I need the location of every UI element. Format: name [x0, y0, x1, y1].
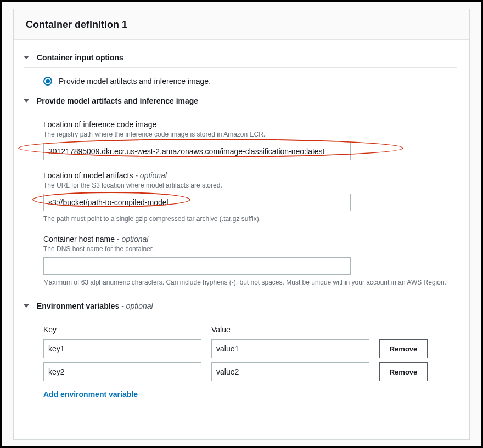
section-body-input-options: Provide model artifacts and inference im… [24, 77, 457, 86]
optional-text: - optional [135, 171, 167, 180]
add-env-link[interactable]: Add environment variable [43, 390, 138, 399]
inference-image-input[interactable] [43, 143, 351, 160]
field-help-below: The path must point to a single gzip com… [43, 214, 452, 224]
field-help: The URL for the S3 location where model … [43, 181, 452, 190]
section-input-options: Container input options Provide model ar… [24, 50, 457, 86]
section-title: Container input options [37, 53, 123, 62]
field-model-artifacts: Location of model artifacts - optional T… [43, 171, 452, 224]
label-text: Container host name [43, 235, 115, 243]
host-name-input[interactable] [43, 257, 351, 275]
field-help: The registry path where the inference co… [43, 130, 452, 139]
section-body-provide: Location of inference code image The reg… [24, 120, 457, 287]
panel-body: Container input options Provide model ar… [14, 40, 469, 416]
section-env: Environment variables - optional Key Val… [24, 298, 457, 399]
caret-down-icon [24, 99, 29, 103]
section-header-provide[interactable]: Provide model artifacts and inference im… [24, 93, 457, 111]
field-label: Location of model artifacts - optional [43, 171, 452, 180]
caret-down-icon [24, 56, 29, 59]
env-value-input[interactable] [211, 362, 369, 381]
field-help: The DNS host name for the container. [43, 245, 452, 254]
section-header-input-options[interactable]: Container input options [24, 50, 457, 68]
radio-provide-artifacts[interactable]: Provide model artifacts and inference im… [43, 77, 452, 86]
env-key-input[interactable] [43, 339, 201, 358]
radio-label: Provide model artifacts and inference im… [59, 77, 211, 86]
optional-text: - optional [121, 302, 153, 310]
model-artifacts-input[interactable] [43, 194, 351, 211]
field-inference-image: Location of inference code image The reg… [43, 120, 452, 160]
env-value-header: Value [211, 325, 369, 334]
section-title: Provide model artifacts and inference im… [37, 97, 198, 105]
field-label: Container host name - optional [43, 235, 452, 243]
radio-icon [43, 77, 52, 86]
window-frame: Container definition 1 Container input o… [0, 0, 483, 448]
remove-button[interactable]: Remove [379, 339, 428, 358]
label-text: Location of model artifacts [43, 171, 133, 180]
env-key-header: Key [43, 325, 201, 334]
optional-text: - optional [117, 235, 149, 243]
section-title: Environment variables - optional [37, 302, 153, 310]
env-key-input[interactable] [43, 362, 201, 381]
panel-title: Container definition 1 [26, 19, 457, 31]
section-header-env[interactable]: Environment variables - optional [24, 298, 457, 316]
caret-down-icon [24, 304, 29, 308]
field-host-name: Container host name - optional The DNS h… [43, 235, 452, 287]
title-text: Environment variables [37, 302, 119, 310]
remove-button[interactable]: Remove [379, 362, 428, 381]
env-table: Key Value Remove Remove [43, 325, 428, 381]
panel-header: Container definition 1 [14, 9, 469, 40]
container-definition-panel: Container definition 1 Container input o… [13, 9, 470, 440]
field-help-below: Maximum of 63 alphanumeric characters. C… [43, 278, 452, 287]
field-label: Location of inference code image [43, 120, 452, 129]
section-body-env: Key Value Remove Remove Add environment … [24, 325, 457, 399]
env-value-input[interactable] [211, 339, 369, 358]
section-provide: Provide model artifacts and inference im… [24, 93, 457, 287]
